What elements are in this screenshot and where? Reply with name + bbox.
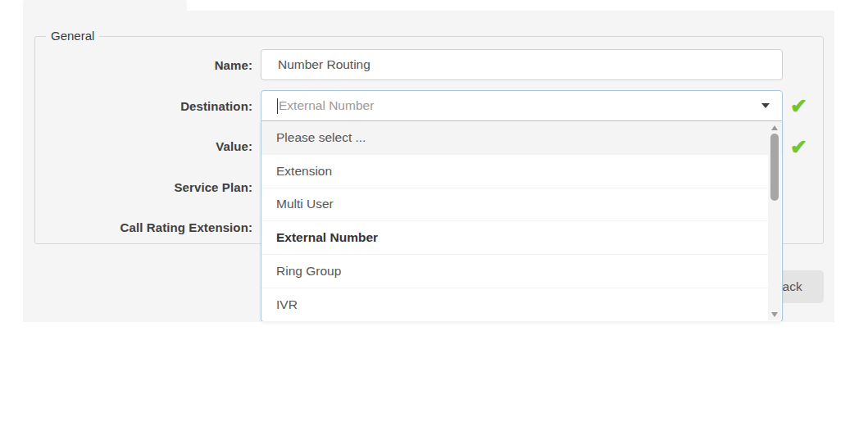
destination-dropdown-list: Please select ... Extension Multi User E… <box>261 121 783 322</box>
service-plan-label: Service Plan: <box>34 171 252 202</box>
option-extension[interactable]: Extension <box>261 155 782 188</box>
chevron-down-icon[interactable] <box>761 103 770 108</box>
value-valid-check-icon: ✔ <box>790 134 816 159</box>
text-cursor <box>277 98 278 114</box>
active-tab-stub[interactable] <box>23 0 187 11</box>
option-external-number[interactable]: External Number <box>261 221 782 255</box>
option-please-select[interactable]: Please select ... <box>261 121 782 155</box>
destination-label: Destination: <box>34 90 252 121</box>
value-label: Value: <box>34 130 252 161</box>
destination-valid-check-icon: ✔ <box>790 93 816 118</box>
option-ring-group[interactable]: Ring Group <box>261 255 782 288</box>
dropdown-scrollbar[interactable] <box>768 122 781 320</box>
page: General Name: Destination: Value: Servic… <box>0 0 868 440</box>
fieldset-legend: General <box>46 29 99 43</box>
name-label: Name: <box>34 49 252 80</box>
option-ivr[interactable]: IVR <box>261 288 782 322</box>
name-input[interactable]: Number Routing <box>261 49 783 80</box>
destination-placeholder: External Number <box>279 98 374 113</box>
scroll-up-icon[interactable] <box>768 122 781 134</box>
name-input-value: Number Routing <box>278 57 370 72</box>
option-multi-user[interactable]: Multi User <box>261 188 782 222</box>
scrollbar-thumb[interactable] <box>770 134 779 201</box>
destination-combobox[interactable]: External Number <box>261 90 783 121</box>
scroll-down-icon[interactable] <box>768 309 781 320</box>
call-rating-extension-label: Call Rating Extension: <box>34 211 252 243</box>
